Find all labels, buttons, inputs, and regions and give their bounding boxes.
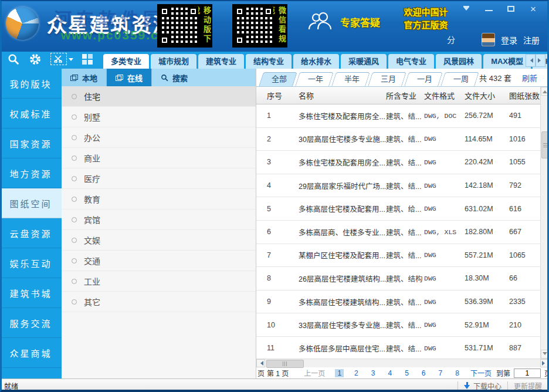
category-item[interactable]: 其它 xyxy=(62,292,256,312)
main-tab[interactable]: 给水排水 xyxy=(293,54,339,69)
download-center-button[interactable]: 下载中心 xyxy=(464,381,501,391)
vertical-scroll-thumb[interactable] xyxy=(541,131,549,158)
category-item[interactable]: 教育 xyxy=(62,189,256,209)
category-item[interactable]: 商业 xyxy=(62,148,256,168)
sidebar-item[interactable]: 图纸空间 xyxy=(0,188,62,218)
tab-local[interactable]: 本地 xyxy=(62,69,107,86)
table-row[interactable]: 1 多栋住宅楼及配套用房全... 建筑、结... DWG, DOC 256.72… xyxy=(256,104,540,128)
main-tab[interactable]: 多类专业 xyxy=(103,54,149,69)
page-number-button[interactable]: 3 xyxy=(369,369,378,377)
tab-online[interactable]: 在线 xyxy=(107,69,152,86)
horizontal-scroll-thumb[interactable] xyxy=(266,360,304,368)
scroll-down-button[interactable] xyxy=(541,350,549,359)
search-icon xyxy=(7,53,20,66)
bullet-icon xyxy=(72,238,77,243)
table-row[interactable]: 11 多栋低层多层中高层住宅... 建筑、结... DWG 531.71M 88… xyxy=(256,337,540,359)
scroll-right-button[interactable] xyxy=(540,359,549,367)
sidebar-item[interactable]: 地方资源 xyxy=(0,158,62,188)
cell-majors: 建筑、结构 xyxy=(386,273,424,284)
page-number-button[interactable]: 6 xyxy=(419,369,428,377)
sidebar-item[interactable]: 国家资源 xyxy=(0,129,62,158)
category-item[interactable]: 医疗 xyxy=(62,168,256,189)
page-number-button[interactable]: 8 xyxy=(453,369,462,377)
screenshot-icon xyxy=(50,53,67,65)
screenshot-button[interactable] xyxy=(50,53,73,65)
cell-name: 多栋住宅楼及配套用房全... xyxy=(288,157,386,168)
tab-scroll-left-button[interactable] xyxy=(526,54,536,67)
table-row[interactable]: 4 29层高层家乐福时代广场... 建筑、结... DWG 142.18M 79… xyxy=(256,174,540,198)
category-item[interactable]: 别墅 xyxy=(62,107,256,127)
cell-count: 616 xyxy=(508,205,540,213)
time-filter-tab[interactable]: 一年 xyxy=(297,72,331,86)
time-filter-tab[interactable]: 全部 xyxy=(261,72,295,86)
goto-page-input[interactable] xyxy=(514,369,541,378)
cell-format: DWG xyxy=(424,251,465,259)
table-row[interactable]: 3 多栋住宅楼及配套用房全... 建筑、结... DWG 220.42M 105… xyxy=(256,151,540,174)
page-number-button[interactable]: 5 xyxy=(402,369,411,377)
skin-menu-button[interactable] xyxy=(455,2,477,16)
apps-button[interactable] xyxy=(82,54,93,65)
sidebar-item[interactable]: 我的版块 xyxy=(0,69,62,99)
category-item[interactable]: 宾馆 xyxy=(62,209,256,230)
sidebar-item[interactable]: 娱乐互动 xyxy=(0,248,62,278)
toolbar: 多类专业 城市规划 建筑专业 结构专业 给水排水 采暖通风 电气专业 风景园林 … xyxy=(0,52,549,69)
sidebar-item[interactable]: 服务交流 xyxy=(0,308,62,338)
status-bar: 就绪 下载中心 更新提醒 xyxy=(0,379,549,392)
minimize-button[interactable] xyxy=(477,2,500,16)
sidebar-item[interactable]: 云盘资源 xyxy=(0,218,62,248)
main-tab[interactable]: 风景园林 xyxy=(436,54,482,69)
next-page-button[interactable]: 下一页 xyxy=(470,368,492,378)
login-link[interactable]: 登录 xyxy=(501,34,517,46)
main-tab[interactable]: MAX模型 xyxy=(483,54,531,69)
time-filter-tab[interactable]: 三月 xyxy=(370,72,404,86)
page-number-button[interactable]: 7 xyxy=(436,369,445,377)
horizontal-scrollbar[interactable] xyxy=(256,359,549,367)
table-row[interactable]: 8 26层高层住宅楼建筑结构... 建筑、结构 DWG 18.30M 66 xyxy=(256,267,540,290)
sidebar-item[interactable]: 建筑书城 xyxy=(0,278,62,308)
table-row[interactable]: 7 某棚户区住宅楼及配套用... 建筑、结... DWG 557.21M 106… xyxy=(256,244,540,268)
page-number-button[interactable]: 1 xyxy=(335,369,344,377)
scroll-left-button[interactable] xyxy=(256,359,265,367)
close-button[interactable]: × xyxy=(522,2,544,16)
tab-search[interactable]: 搜索 xyxy=(152,69,196,86)
main-tab[interactable]: 采暖通风 xyxy=(341,54,387,69)
register-link[interactable]: 注册 xyxy=(523,34,540,46)
search-button[interactable] xyxy=(7,53,20,66)
maximize-button[interactable] xyxy=(500,2,522,16)
category-item[interactable]: 文娱 xyxy=(62,230,256,251)
separator xyxy=(458,381,458,390)
category-item[interactable]: 办公 xyxy=(62,127,256,148)
tab-online-label: 在线 xyxy=(127,72,143,83)
tab-scroll-right-button[interactable] xyxy=(536,54,545,67)
table-row[interactable]: 6 多栋高层商、住楼多专业... 建筑、结... DWG, XLS 182.80… xyxy=(256,221,540,244)
refresh-link[interactable]: 刷新 xyxy=(522,72,537,83)
sidebar-item[interactable]: 权威标准 xyxy=(0,99,62,129)
main-tab[interactable]: 电气专业 xyxy=(388,54,434,69)
table-row[interactable]: 5 多栋高层住宅楼及配套用... 建筑、给... DWG 631.02M 616 xyxy=(256,197,540,221)
page-number-button[interactable]: 2 xyxy=(352,369,361,377)
sidebar-item[interactable]: 众星商城 xyxy=(0,338,62,368)
time-filter-tab[interactable]: 半年 xyxy=(334,72,368,86)
cell-count: 667 xyxy=(508,228,540,236)
page-number-button[interactable]: 4 xyxy=(385,369,394,377)
table-row[interactable]: 2 30层高层住宅楼多专业施... 建筑、结... DWG 114.65M 10… xyxy=(256,128,540,151)
update-reminder-button[interactable]: 更新提醒 xyxy=(514,381,542,391)
main-tab[interactable]: 城市规划 xyxy=(151,54,196,69)
table-row[interactable]: 9 多栋高层住宅楼建筑结构... 建筑、结... DWG 536.39M 233… xyxy=(256,290,540,314)
expert-qa-button[interactable]: 专家答疑 xyxy=(306,12,380,32)
sidebar-item[interactable]: 各地网站 xyxy=(0,368,62,379)
category-item[interactable]: 住宅 xyxy=(62,86,256,107)
scroll-up-button[interactable] xyxy=(541,87,549,96)
cell-majors: 建筑、结... xyxy=(386,296,424,307)
vertical-scrollbar[interactable] xyxy=(540,87,549,359)
main-tab[interactable]: 建筑专业 xyxy=(198,54,244,69)
settings-button[interactable] xyxy=(29,53,42,66)
cell-majors: 建筑、结... xyxy=(386,343,424,354)
main-tab[interactable]: 结构专业 xyxy=(246,54,292,69)
time-filter-tab[interactable]: 一月 xyxy=(406,72,440,86)
time-filter-tab[interactable]: 一周 xyxy=(443,72,477,86)
category-item[interactable]: 工业 xyxy=(62,271,256,292)
category-item[interactable]: 交通 xyxy=(62,251,256,271)
prev-page-button[interactable]: 上一页 xyxy=(304,368,325,378)
table-row[interactable]: 10 33层高层住宅楼多专业施... 建筑、结... DWG 52.91M 21… xyxy=(256,313,540,337)
